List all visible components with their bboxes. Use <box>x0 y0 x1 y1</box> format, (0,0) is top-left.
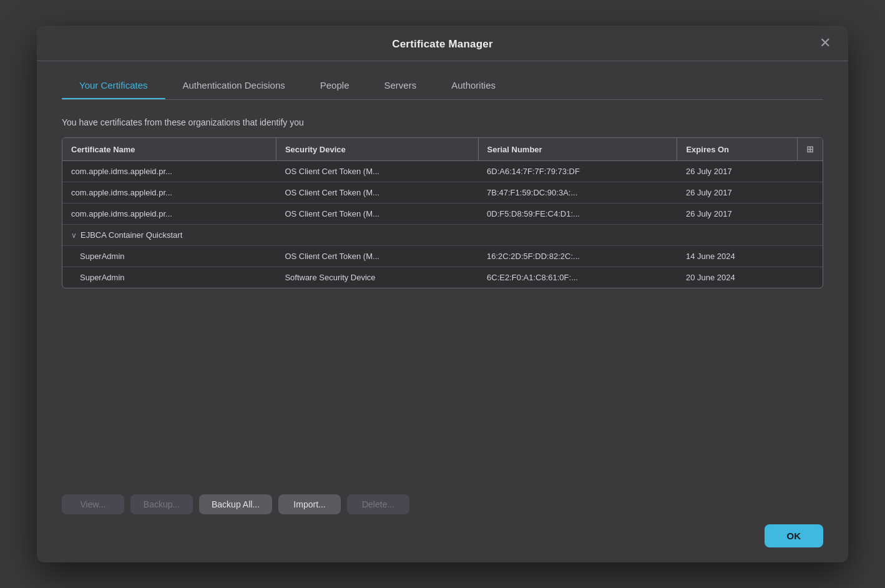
cell-security-device: OS Client Cert Token (M... <box>276 182 478 203</box>
cell-cert-name: SuperAdmin <box>62 267 276 288</box>
cell-security-device: OS Client Cert Token (M... <box>276 161 478 182</box>
tab-bar: Your Certificates Authentication Decisio… <box>37 61 848 99</box>
col-header-icon: ⊞ <box>798 138 823 161</box>
cell-expires-on: 20 June 2024 <box>677 267 798 288</box>
close-button[interactable]: ✕ <box>814 34 836 52</box>
title-bar: Certificate Manager ✕ <box>37 26 848 61</box>
tab-content: You have certificates from these organiz… <box>37 100 848 484</box>
view-button[interactable]: View... <box>62 494 124 514</box>
certificates-table-wrapper: Certificate Name Security Device Serial … <box>62 137 823 288</box>
cell-expires-on: 26 July 2017 <box>677 203 798 225</box>
cell-serial-number: 0D:F5:D8:59:FE:C4:D1:... <box>478 203 677 225</box>
tab-people[interactable]: People <box>303 74 367 99</box>
cell-serial-number: 6C:E2:F0:A1:C8:61:0F:... <box>478 267 677 288</box>
group-name: ∨EJBCA Container Quickstart <box>62 225 823 246</box>
cell-serial-number: 16:2C:2D:5F:DD:82:2C:... <box>478 246 677 267</box>
description-text: You have certificates from these organiz… <box>62 117 823 127</box>
certificate-manager-dialog: Certificate Manager ✕ Your Certificates … <box>37 26 848 562</box>
cell-security-device: OS Client Cert Token (M... <box>276 246 478 267</box>
tab-your-certificates[interactable]: Your Certificates <box>62 74 165 99</box>
cell-cert-name: com.apple.idms.appleid.pr... <box>62 182 276 203</box>
cell-cert-name: com.apple.idms.appleid.pr... <box>62 203 276 225</box>
col-header-expires-on: Expires On <box>677 138 798 161</box>
table-row[interactable]: SuperAdmin Software Security Device 6C:E… <box>62 267 823 288</box>
cell-icon <box>798 267 823 288</box>
table-row[interactable]: SuperAdmin OS Client Cert Token (M... 16… <box>62 246 823 267</box>
cell-security-device: Software Security Device <box>276 267 478 288</box>
col-header-security-device: Security Device <box>276 138 478 161</box>
actions-bar: View... Backup... Backup All... Import..… <box>37 484 848 524</box>
dialog-title: Certificate Manager <box>392 38 493 51</box>
cell-security-device: OS Client Cert Token (M... <box>276 203 478 225</box>
table-header-row: Certificate Name Security Device Serial … <box>62 138 823 161</box>
certificates-table: Certificate Name Security Device Serial … <box>62 138 823 288</box>
backup-button[interactable]: Backup... <box>130 494 193 514</box>
cell-icon <box>798 246 823 267</box>
table-row[interactable]: com.apple.idms.appleid.pr... OS Client C… <box>62 203 823 225</box>
table-row[interactable]: com.apple.idms.appleid.pr... OS Client C… <box>62 161 823 182</box>
col-header-serial-number: Serial Number <box>478 138 677 161</box>
table-group-row[interactable]: ∨EJBCA Container Quickstart <box>62 225 823 246</box>
cell-icon <box>798 161 823 182</box>
cell-icon <box>798 203 823 225</box>
tab-authorities[interactable]: Authorities <box>434 74 513 99</box>
cell-serial-number: 6D:A6:14:7F:7F:79:73:DF <box>478 161 677 182</box>
backup-all-button[interactable]: Backup All... <box>199 494 272 514</box>
col-header-cert-name: Certificate Name <box>62 138 276 161</box>
cell-expires-on: 14 June 2024 <box>677 246 798 267</box>
chevron-down-icon: ∨ <box>71 231 77 240</box>
table-row[interactable]: com.apple.idms.appleid.pr... OS Client C… <box>62 182 823 203</box>
cell-expires-on: 26 July 2017 <box>677 182 798 203</box>
ok-bar: OK <box>37 524 848 562</box>
delete-button[interactable]: Delete... <box>347 494 409 514</box>
import-button[interactable]: Import... <box>278 494 341 514</box>
tab-authentication-decisions[interactable]: Authentication Decisions <box>165 74 303 99</box>
cell-cert-name: com.apple.idms.appleid.pr... <box>62 161 276 182</box>
ok-button[interactable]: OK <box>765 524 824 547</box>
table-icon: ⊞ <box>806 144 814 154</box>
cell-expires-on: 26 July 2017 <box>677 161 798 182</box>
cell-cert-name: SuperAdmin <box>62 246 276 267</box>
cell-icon <box>798 182 823 203</box>
cell-serial-number: 7B:47:F1:59:DC:90:3A:... <box>478 182 677 203</box>
tab-servers[interactable]: Servers <box>366 74 434 99</box>
